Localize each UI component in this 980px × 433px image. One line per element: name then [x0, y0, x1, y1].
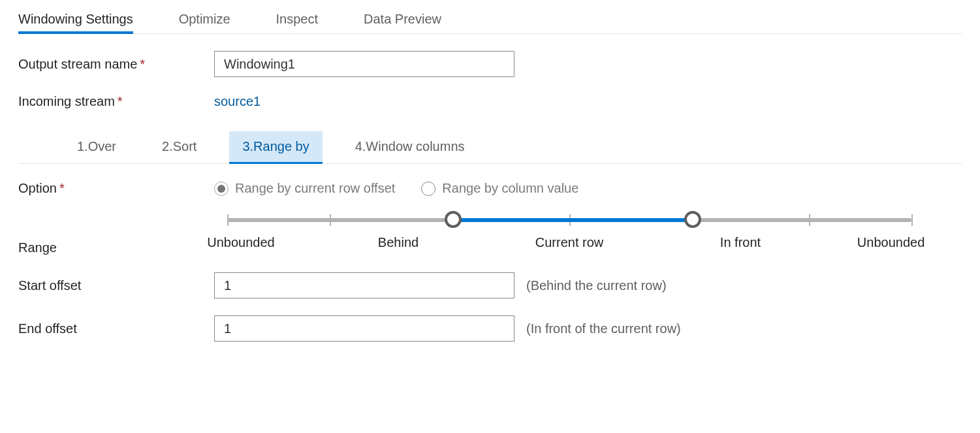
- incoming-stream-link[interactable]: source1: [214, 94, 261, 109]
- radio-range-by-column-value[interactable]: Range by column value: [421, 181, 578, 196]
- slider-thumb-start[interactable]: [445, 211, 462, 228]
- slider-tick: [227, 214, 229, 226]
- start-offset-hint: (Behind the current row): [526, 278, 667, 293]
- slider-label-in-front: In front: [720, 235, 761, 250]
- radio-label: Range by current row offset: [235, 181, 395, 196]
- option-label: Option*: [18, 181, 214, 196]
- slider-label-unbounded-right: Unbounded: [857, 235, 925, 250]
- start-offset-label: Start offset: [18, 278, 214, 293]
- slider-tick: [809, 214, 810, 226]
- slider-thumb-end[interactable]: [684, 211, 701, 228]
- step-tab-sort[interactable]: 2.Sort: [149, 131, 210, 163]
- incoming-stream-label: Incoming stream*: [18, 94, 214, 109]
- output-stream-name-label: Output stream name*: [18, 57, 214, 72]
- tab-windowing-settings[interactable]: Windowing Settings: [18, 8, 133, 33]
- range-label: Range: [18, 213, 214, 255]
- tab-data-preview[interactable]: Data Preview: [364, 8, 441, 33]
- slider-label-behind: Behind: [378, 235, 419, 250]
- slider-tick: [911, 214, 913, 226]
- radio-range-by-offset[interactable]: Range by current row offset: [214, 181, 395, 196]
- end-offset-label: End offset: [18, 321, 214, 336]
- step-tabs: 1.Over 2.Sort 3.Range by 4.Window column…: [18, 131, 962, 164]
- slider-fill: [453, 218, 693, 222]
- slider-label-current-row: Current row: [535, 235, 603, 250]
- option-radio-group: Range by current row offset Range by col…: [214, 181, 605, 196]
- tab-inspect[interactable]: Inspect: [276, 8, 318, 33]
- radio-label: Range by column value: [442, 181, 578, 196]
- main-tabs: Windowing Settings Optimize Inspect Data…: [18, 8, 962, 34]
- step-tab-over[interactable]: 1.Over: [64, 131, 129, 163]
- radio-dot-icon: [214, 182, 229, 196]
- slider-tick: [330, 214, 331, 226]
- step-tab-window-columns[interactable]: 4.Window columns: [342, 131, 478, 163]
- tab-optimize[interactable]: Optimize: [179, 8, 230, 33]
- end-offset-hint: (In front of the current row): [526, 321, 681, 336]
- output-stream-name-input[interactable]: [214, 51, 514, 77]
- step-tab-range-by[interactable]: 3.Range by: [229, 131, 322, 163]
- slider-label-unbounded-left: Unbounded: [207, 235, 274, 250]
- start-offset-input[interactable]: [214, 272, 514, 298]
- end-offset-input[interactable]: [214, 315, 514, 342]
- radio-dot-icon: [421, 182, 435, 196]
- range-slider[interactable]: Unbounded Behind Current row In front Un…: [214, 213, 925, 255]
